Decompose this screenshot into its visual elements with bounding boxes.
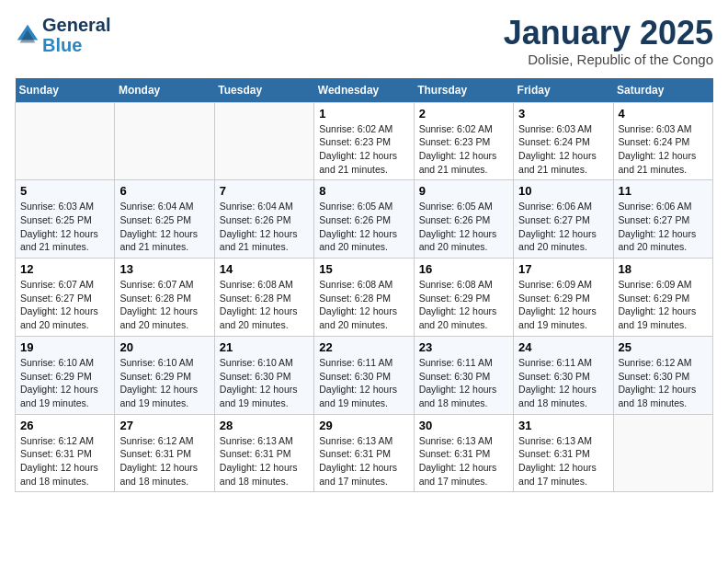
title-area: January 2025 Dolisie, Republic of the Co… [504, 15, 713, 67]
day-number: 16 [419, 262, 508, 276]
day-info: Sunrise: 6:10 AM Sunset: 6:29 PM Dayligh… [20, 356, 109, 410]
calendar-cell: 7Sunrise: 6:04 AM Sunset: 6:26 PM Daylig… [214, 180, 313, 259]
calendar-cell: 3Sunrise: 6:03 AM Sunset: 6:24 PM Daylig… [514, 102, 613, 180]
calendar-week-1: 1Sunrise: 6:02 AM Sunset: 6:23 PM Daylig… [16, 102, 713, 180]
day-number: 22 [319, 340, 408, 354]
calendar-cell: 28Sunrise: 6:13 AM Sunset: 6:31 PM Dayli… [214, 414, 313, 492]
calendar-cell: 18Sunrise: 6:09 AM Sunset: 6:29 PM Dayli… [613, 259, 712, 337]
day-info: Sunrise: 6:02 AM Sunset: 6:23 PM Dayligh… [419, 122, 508, 177]
day-number: 14 [220, 262, 309, 276]
day-number: 1 [319, 107, 408, 121]
calendar-cell: 5Sunrise: 6:03 AM Sunset: 6:25 PM Daylig… [16, 180, 115, 259]
day-number: 7 [220, 184, 309, 198]
day-number: 28 [220, 419, 309, 432]
calendar-cell: 23Sunrise: 6:11 AM Sunset: 6:30 PM Dayli… [414, 336, 513, 414]
weekday-header-tuesday: Tuesday [214, 78, 313, 103]
day-number: 23 [419, 340, 508, 354]
calendar-cell: 11Sunrise: 6:06 AM Sunset: 6:27 PM Dayli… [613, 180, 712, 259]
day-info: Sunrise: 6:06 AM Sunset: 6:27 PM Dayligh… [619, 200, 708, 254]
day-info: Sunrise: 6:02 AM Sunset: 6:23 PM Dayligh… [319, 122, 408, 177]
logo: General Blue [15, 15, 110, 55]
day-info: Sunrise: 6:08 AM Sunset: 6:28 PM Dayligh… [220, 278, 309, 332]
day-info: Sunrise: 6:11 AM Sunset: 6:30 PM Dayligh… [419, 356, 508, 410]
day-number: 15 [319, 262, 408, 276]
day-info: Sunrise: 6:13 AM Sunset: 6:31 PM Dayligh… [319, 434, 408, 488]
calendar-cell: 17Sunrise: 6:09 AM Sunset: 6:29 PM Dayli… [514, 259, 613, 337]
weekday-header-sunday: Sunday [16, 78, 115, 103]
day-info: Sunrise: 6:11 AM Sunset: 6:30 PM Dayligh… [319, 356, 408, 410]
calendar-week-3: 12Sunrise: 6:07 AM Sunset: 6:27 PM Dayli… [16, 259, 713, 337]
day-info: Sunrise: 6:05 AM Sunset: 6:26 PM Dayligh… [319, 200, 408, 254]
day-number: 2 [419, 107, 508, 121]
day-number: 21 [220, 340, 309, 354]
day-info: Sunrise: 6:07 AM Sunset: 6:28 PM Dayligh… [119, 278, 209, 332]
day-info: Sunrise: 6:10 AM Sunset: 6:30 PM Dayligh… [220, 356, 309, 410]
day-number: 20 [119, 340, 209, 354]
calendar-cell: 8Sunrise: 6:05 AM Sunset: 6:26 PM Daylig… [314, 180, 414, 259]
calendar-cell: 24Sunrise: 6:11 AM Sunset: 6:30 PM Dayli… [514, 336, 613, 414]
calendar-cell: 16Sunrise: 6:08 AM Sunset: 6:29 PM Dayli… [414, 259, 513, 337]
calendar-cell: 20Sunrise: 6:10 AM Sunset: 6:29 PM Dayli… [115, 336, 214, 414]
day-info: Sunrise: 6:04 AM Sunset: 6:25 PM Dayligh… [119, 200, 209, 254]
calendar-cell: 29Sunrise: 6:13 AM Sunset: 6:31 PM Dayli… [314, 414, 414, 492]
day-info: Sunrise: 6:11 AM Sunset: 6:30 PM Dayligh… [518, 356, 608, 410]
day-number: 3 [518, 107, 608, 121]
day-number: 8 [319, 184, 408, 198]
calendar-cell [214, 102, 313, 180]
day-info: Sunrise: 6:03 AM Sunset: 6:24 PM Dayligh… [518, 122, 608, 177]
calendar-table: SundayMondayTuesdayWednesdayThursdayFrid… [15, 78, 713, 493]
calendar-cell: 21Sunrise: 6:10 AM Sunset: 6:30 PM Dayli… [214, 336, 313, 414]
day-number: 13 [119, 262, 209, 276]
calendar-cell [16, 102, 115, 180]
weekday-header-row: SundayMondayTuesdayWednesdayThursdayFrid… [16, 78, 713, 103]
day-info: Sunrise: 6:06 AM Sunset: 6:27 PM Dayligh… [518, 200, 608, 254]
day-number: 31 [518, 419, 608, 432]
day-number: 25 [619, 340, 708, 354]
weekday-header-saturday: Saturday [613, 78, 712, 103]
calendar-cell: 2Sunrise: 6:02 AM Sunset: 6:23 PM Daylig… [414, 102, 513, 180]
weekday-header-wednesday: Wednesday [314, 78, 414, 103]
day-number: 5 [20, 184, 109, 198]
day-number: 29 [319, 419, 408, 432]
day-info: Sunrise: 6:05 AM Sunset: 6:26 PM Dayligh… [419, 200, 508, 254]
day-info: Sunrise: 6:12 AM Sunset: 6:31 PM Dayligh… [20, 434, 109, 488]
calendar-body: 1Sunrise: 6:02 AM Sunset: 6:23 PM Daylig… [16, 102, 713, 492]
day-info: Sunrise: 6:12 AM Sunset: 6:31 PM Dayligh… [119, 434, 209, 488]
calendar-cell: 19Sunrise: 6:10 AM Sunset: 6:29 PM Dayli… [16, 336, 115, 414]
day-number: 12 [20, 262, 109, 276]
calendar-week-4: 19Sunrise: 6:10 AM Sunset: 6:29 PM Dayli… [16, 336, 713, 414]
calendar-cell: 26Sunrise: 6:12 AM Sunset: 6:31 PM Dayli… [16, 414, 115, 492]
day-number: 6 [119, 184, 209, 198]
day-info: Sunrise: 6:13 AM Sunset: 6:31 PM Dayligh… [419, 434, 508, 488]
day-number: 11 [619, 184, 708, 198]
day-info: Sunrise: 6:03 AM Sunset: 6:24 PM Dayligh… [619, 122, 708, 177]
calendar-cell: 6Sunrise: 6:04 AM Sunset: 6:25 PM Daylig… [115, 180, 214, 259]
day-info: Sunrise: 6:12 AM Sunset: 6:30 PM Dayligh… [619, 356, 708, 410]
logo-icon [15, 22, 40, 48]
day-info: Sunrise: 6:10 AM Sunset: 6:29 PM Dayligh… [119, 356, 209, 410]
calendar-cell: 1Sunrise: 6:02 AM Sunset: 6:23 PM Daylig… [314, 102, 414, 180]
day-info: Sunrise: 6:04 AM Sunset: 6:26 PM Dayligh… [220, 200, 309, 254]
calendar-week-2: 5Sunrise: 6:03 AM Sunset: 6:25 PM Daylig… [16, 180, 713, 259]
day-info: Sunrise: 6:07 AM Sunset: 6:27 PM Dayligh… [20, 278, 109, 332]
weekday-header-monday: Monday [115, 78, 214, 103]
day-number: 17 [518, 262, 608, 276]
weekday-header-friday: Friday [514, 78, 613, 103]
day-number: 27 [119, 419, 209, 432]
day-number: 18 [619, 262, 708, 276]
calendar-cell: 4Sunrise: 6:03 AM Sunset: 6:24 PM Daylig… [613, 102, 712, 180]
day-info: Sunrise: 6:09 AM Sunset: 6:29 PM Dayligh… [619, 278, 708, 332]
day-info: Sunrise: 6:13 AM Sunset: 6:31 PM Dayligh… [518, 434, 608, 488]
day-number: 26 [20, 419, 109, 432]
day-number: 9 [419, 184, 508, 198]
day-number: 10 [518, 184, 608, 198]
day-info: Sunrise: 6:03 AM Sunset: 6:25 PM Dayligh… [20, 200, 109, 254]
day-info: Sunrise: 6:13 AM Sunset: 6:31 PM Dayligh… [220, 434, 309, 488]
logo-blue: Blue [42, 35, 110, 55]
page-header: General Blue January 2025 Dolisie, Repub… [15, 15, 713, 67]
day-number: 19 [20, 340, 109, 354]
calendar-cell: 22Sunrise: 6:11 AM Sunset: 6:30 PM Dayli… [314, 336, 414, 414]
day-info: Sunrise: 6:08 AM Sunset: 6:28 PM Dayligh… [319, 278, 408, 332]
calendar-cell: 27Sunrise: 6:12 AM Sunset: 6:31 PM Dayli… [115, 414, 214, 492]
calendar-cell: 31Sunrise: 6:13 AM Sunset: 6:31 PM Dayli… [514, 414, 613, 492]
